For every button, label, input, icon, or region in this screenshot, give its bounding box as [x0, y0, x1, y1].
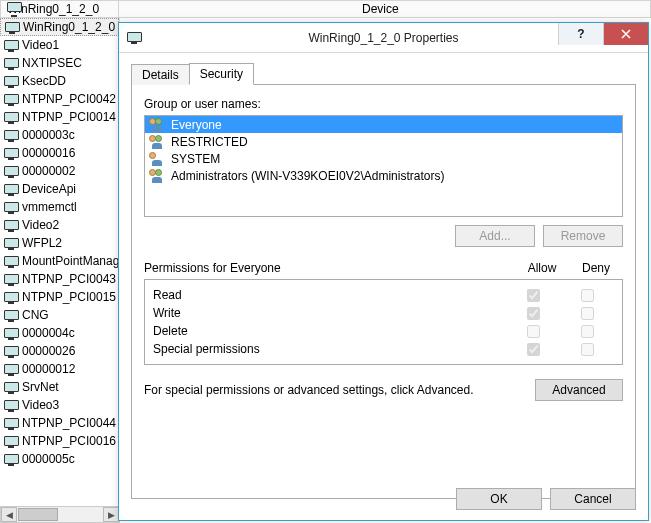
- permissions-header: Permissions for Everyone Allow Deny: [144, 261, 623, 275]
- tree-item[interactable]: WinRing0_1_2_0: [0, 18, 119, 36]
- advanced-button[interactable]: Advanced: [535, 379, 623, 401]
- tree-item-label: DeviceApi: [22, 182, 76, 196]
- tree-item-label: NTPNP_PCI0042: [22, 92, 116, 106]
- tree-item-label: NTPNP_PCI0044: [22, 416, 116, 430]
- monitor-icon: [4, 202, 18, 213]
- tree-item-label: CNG: [22, 308, 49, 322]
- column-header-row: WinRing0_1_2_0 Device: [0, 0, 651, 18]
- permission-row: Write: [153, 304, 614, 322]
- tree-item[interactable]: KsecDD: [0, 72, 119, 90]
- tree-item[interactable]: 0000004c: [0, 324, 119, 342]
- tree-item-label: Video3: [22, 398, 59, 412]
- tree-item[interactable]: 0000005c: [0, 450, 119, 468]
- tree-item[interactable]: NTPNP_PCI0043: [0, 270, 119, 288]
- tree-item[interactable]: SrvNet: [0, 378, 119, 396]
- remove-button[interactable]: Remove: [543, 225, 623, 247]
- tab-security[interactable]: Security: [189, 63, 254, 85]
- tree-item[interactable]: 00000012: [0, 360, 119, 378]
- tree-item-label: Video2: [22, 218, 59, 232]
- scroll-track[interactable]: [17, 507, 103, 522]
- allow-checkbox[interactable]: [527, 307, 540, 320]
- deny-checkbox[interactable]: [581, 289, 594, 302]
- tree-item[interactable]: WFPL2: [0, 234, 119, 252]
- tree-item[interactable]: MountPointManager: [0, 252, 119, 270]
- titlebar[interactable]: WinRing0_1_2_0 Properties ?: [119, 23, 648, 53]
- monitor-icon: [4, 310, 18, 321]
- group-icon: [149, 118, 165, 132]
- group-names-label: Group or user names:: [144, 97, 623, 111]
- tree-item[interactable]: 00000026: [0, 342, 119, 360]
- scroll-thumb[interactable]: [18, 508, 58, 521]
- tree-item-label: 00000016: [22, 146, 75, 160]
- principal-label: Everyone: [171, 118, 222, 132]
- monitor-icon: [4, 220, 18, 231]
- permission-name: Read: [153, 288, 506, 302]
- tree-item[interactable]: NXTIPSEC: [0, 54, 119, 72]
- advanced-hint-text: For special permissions or advanced sett…: [144, 383, 525, 397]
- monitor-icon: [4, 148, 18, 159]
- tree-item[interactable]: NTPNP_PCI0016: [0, 432, 119, 450]
- tree-item[interactable]: Video2: [0, 216, 119, 234]
- tree-item-label: KsecDD: [22, 74, 66, 88]
- cancel-button[interactable]: Cancel: [550, 488, 636, 510]
- allow-col-header: Allow: [515, 261, 569, 275]
- principal-item[interactable]: SYSTEM: [145, 150, 622, 167]
- tree-item[interactable]: DeviceApi: [0, 180, 119, 198]
- tree-item[interactable]: Video1: [0, 36, 119, 54]
- tree-item[interactable]: NTPNP_PCI0042: [0, 90, 119, 108]
- monitor-icon: [4, 346, 18, 357]
- ok-button[interactable]: OK: [456, 488, 542, 510]
- principal-item[interactable]: RESTRICTED: [145, 133, 622, 150]
- permission-row: Special permissions: [153, 340, 614, 358]
- monitor-icon: [4, 184, 18, 195]
- tree-item[interactable]: 00000016: [0, 144, 119, 162]
- monitor-icon: [4, 76, 18, 87]
- monitor-icon: [4, 364, 18, 375]
- allow-checkbox[interactable]: [527, 325, 540, 338]
- principal-item[interactable]: Administrators (WIN-V339KOEI0V2\Administ…: [145, 167, 622, 184]
- tree-item-label: WinRing0_1_2_0: [23, 20, 115, 34]
- allow-checkbox[interactable]: [527, 343, 540, 356]
- group-icon: [149, 169, 165, 183]
- tree-item[interactable]: CNG: [0, 306, 119, 324]
- monitor-icon: [4, 238, 18, 249]
- principals-listbox[interactable]: EveryoneRESTRICTEDSYSTEMAdministrators (…: [144, 115, 623, 217]
- permission-name: Delete: [153, 324, 506, 338]
- principal-label: SYSTEM: [171, 152, 220, 166]
- monitor-icon: [4, 112, 18, 123]
- tree-item[interactable]: Video3: [0, 396, 119, 414]
- permissions-group: ReadWriteDeleteSpecial permissions: [144, 279, 623, 365]
- tab-details[interactable]: Details: [131, 64, 190, 85]
- monitor-icon: [4, 436, 18, 447]
- principal-label: Administrators (WIN-V339KOEI0V2\Administ…: [171, 169, 444, 183]
- device-tree[interactable]: WinRing0_1_2_0Video1NXTIPSECKsecDDNTPNP_…: [0, 18, 120, 505]
- properties-dialog: WinRing0_1_2_0 Properties ? Details Secu…: [118, 22, 649, 521]
- tree-item-label: WFPL2: [22, 236, 62, 250]
- tree-header-first: WinRing0_1_2_0: [1, 1, 119, 17]
- tree-item-label: 0000003c: [22, 128, 75, 142]
- tree-item-label: NXTIPSEC: [22, 56, 82, 70]
- principal-item[interactable]: Everyone: [145, 116, 622, 133]
- tree-item-label: 0000004c: [22, 326, 75, 340]
- tree-item[interactable]: vmmemctl: [0, 198, 119, 216]
- deny-checkbox[interactable]: [581, 325, 594, 338]
- add-button[interactable]: Add...: [455, 225, 535, 247]
- tree-item[interactable]: NTPNP_PCI0014: [0, 108, 119, 126]
- column-header-device: Device: [356, 1, 405, 17]
- scroll-left-button[interactable]: ◀: [1, 507, 17, 522]
- deny-checkbox[interactable]: [581, 343, 594, 356]
- allow-checkbox[interactable]: [527, 289, 540, 302]
- close-button[interactable]: [603, 23, 648, 45]
- tree-item[interactable]: NTPNP_PCI0044: [0, 414, 119, 432]
- deny-checkbox[interactable]: [581, 307, 594, 320]
- close-icon: [621, 29, 631, 39]
- monitor-icon: [4, 94, 18, 105]
- horizontal-scrollbar[interactable]: ◀ ▶: [0, 506, 120, 523]
- tree-item[interactable]: 0000003c: [0, 126, 119, 144]
- tree-item[interactable]: 00000002: [0, 162, 119, 180]
- dialog-content: Details Security Group or user names: Ev…: [119, 53, 648, 520]
- scroll-right-button[interactable]: ▶: [103, 507, 119, 522]
- tree-item[interactable]: NTPNP_PCI0015: [0, 288, 119, 306]
- help-button[interactable]: ?: [558, 23, 603, 45]
- group-icon: [149, 135, 165, 149]
